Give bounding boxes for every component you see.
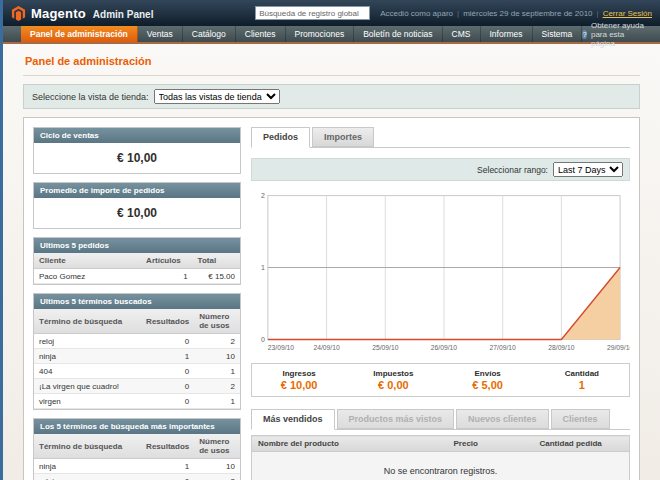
nav-item-customers[interactable]: Clientes — [236, 26, 286, 42]
products-grid: Nombre del producto Precio Cantidad pedi… — [251, 435, 630, 480]
page-title: Panel de administración — [25, 55, 638, 67]
separator: | — [457, 9, 459, 18]
svg-text:2: 2 — [261, 192, 265, 199]
col-header-termino: Término de búsqueda — [34, 434, 141, 459]
magento-admin-window: Magento Admin Panel Accedió como aparo |… — [0, 0, 660, 480]
current-date: miércoles 29 de septiembre de 2010 — [463, 9, 592, 18]
last-search-terms-title: Ultimos 5 términos buscados — [34, 294, 240, 309]
orders-chart: 01223/09/1024/09/1025/09/1026/09/1027/09… — [251, 187, 630, 355]
title-divider — [23, 75, 640, 76]
range-select[interactable]: Last 7 Days — [553, 162, 623, 177]
table-row[interactable]: reloj 0 2 — [34, 474, 240, 480]
table-row[interactable]: ¡La virgen que cuadro! 0 2 — [34, 379, 240, 394]
nav-item-newsletter[interactable]: Boletín de noticias — [354, 26, 442, 42]
svg-text:23/09/10: 23/09/10 — [268, 344, 294, 351]
col-header-resultados: Resultados — [141, 309, 194, 334]
store-view-select[interactable]: Todas las vistas de tienda — [154, 89, 280, 104]
brand-name: Magento — [31, 6, 86, 21]
tab-productos-mas-vistos: Productos más vistos — [337, 409, 455, 429]
table-row[interactable]: ninja 1 10 — [34, 459, 240, 474]
col-header-articulos: Artículos — [141, 253, 193, 269]
nav-item-promotions[interactable]: Promociones — [286, 26, 355, 42]
brand-subtitle: Admin Panel — [93, 9, 154, 20]
product-tabs: Más vendidos Productos más vistos Nuevos… — [251, 409, 630, 430]
table-row[interactable]: ninja 1 10 — [34, 349, 240, 364]
help-label: Obtener ayuda para esta página — [591, 21, 650, 48]
table-row[interactable]: Paco Gomez 1 € 15.00 — [34, 269, 240, 284]
page-help-link[interactable]: ? Obtener ayuda para esta página — [582, 26, 660, 42]
top-search-terms-title: Los 5 términos de búsqueda más important… — [34, 419, 240, 434]
average-orders-title: Promedio de importe de pedidos — [34, 183, 240, 198]
col-header-precio: Precio — [448, 436, 534, 452]
orders-chart-wrap: 01223/09/1024/09/1025/09/1026/09/1027/09… — [251, 187, 630, 355]
svg-text:1: 1 — [261, 264, 265, 271]
last-orders-table: Cliente Artículos Total Paco Gomez 1 € 1… — [34, 253, 240, 284]
top-search-terms-table: Término de búsqueda Resultados Número de… — [34, 434, 240, 480]
logged-in-as: Accedió como aparo — [380, 9, 453, 18]
top-header: Magento Admin Panel Accedió como aparo |… — [3, 0, 660, 26]
top-search-terms-box: Los 5 términos de búsqueda más important… — [33, 418, 241, 480]
col-header-cliente: Cliente — [34, 253, 141, 269]
tab-mas-vendidos[interactable]: Más vendidos — [251, 409, 335, 430]
global-search-input[interactable] — [255, 6, 370, 20]
svg-text:27/09/10: 27/09/10 — [490, 344, 516, 351]
total-cantidad: Cantidad 1 — [535, 369, 629, 391]
diagram-tabs: Pedidos Importes — [251, 127, 630, 148]
dashboard-panel: Ciclo de ventas € 10,00 Promedio de impo… — [23, 117, 640, 480]
table-row[interactable]: 404 0 1 — [34, 364, 240, 379]
store-view-bar: Seleccione la vista de tienda: Todas las… — [23, 84, 640, 109]
nav-item-catalog[interactable]: Catálogo — [183, 26, 236, 42]
col-header-cantidad: Cantidad pedida — [534, 436, 630, 452]
last-search-terms-box: Ultimos 5 términos buscados Término de b… — [33, 293, 241, 410]
sidebar-column: Ciclo de ventas € 10,00 Promedio de impo… — [33, 127, 241, 480]
range-toolbar: Seleccionar rango: Last 7 Days — [251, 158, 630, 181]
tab-importes[interactable]: Importes — [312, 127, 374, 147]
total-impuestos: Impuestos € 0,00 — [346, 369, 440, 391]
lifetime-sales-value: € 10,00 — [34, 143, 240, 173]
tab-clientes: Clientes — [551, 409, 610, 429]
dashboard-main-column: Pedidos Importes Seleccionar rango: Last… — [251, 127, 630, 480]
main-nav: Panel de administración Ventas Catálogo … — [3, 26, 660, 44]
col-header-resultados: Resultados — [141, 434, 194, 459]
nav-item-sales[interactable]: Ventas — [138, 26, 183, 42]
nav-item-reports[interactable]: Informes — [481, 26, 533, 42]
totals-bar: Ingresos € 10,00 Impuestos € 0,00 Envíos… — [251, 363, 630, 397]
average-orders-value: € 10,00 — [34, 198, 240, 228]
help-icon: ? — [582, 30, 587, 39]
user-info: Accedió como aparo | miércoles 29 de sep… — [380, 9, 652, 18]
nav-item-system[interactable]: Sistema — [533, 26, 583, 42]
tab-nuevos-clientes: Nuevos clientes — [456, 409, 549, 429]
col-header-termino: Término de búsqueda — [34, 309, 141, 334]
col-header-usos: Número de usos — [194, 434, 240, 459]
nav-item-dashboard[interactable]: Panel de administración — [21, 26, 138, 42]
total-ingresos: Ingresos € 10,00 — [252, 369, 346, 391]
average-orders-box: Promedio de importe de pedidos € 10,00 — [33, 182, 241, 229]
table-row[interactable]: virgen 0 1 — [34, 394, 240, 409]
table-row[interactable]: reloj 0 2 — [34, 334, 240, 349]
page-content: Panel de administración Seleccione la vi… — [3, 44, 660, 480]
tab-pedidos[interactable]: Pedidos — [251, 127, 310, 148]
svg-text:0: 0 — [261, 336, 265, 343]
total-envios: Envíos € 5,00 — [441, 369, 535, 391]
nav-item-cms[interactable]: CMS — [443, 26, 481, 42]
logout-link[interactable]: Cerrar Sesión — [603, 9, 652, 18]
svg-text:29/09/10: 29/09/10 — [607, 344, 630, 351]
svg-text:26/09/10: 26/09/10 — [431, 344, 457, 351]
svg-text:24/09/10: 24/09/10 — [313, 344, 339, 351]
svg-text:28/09/10: 28/09/10 — [548, 344, 574, 351]
magento-logo-icon — [11, 6, 26, 21]
svg-text:25/09/10: 25/09/10 — [372, 344, 398, 351]
last-orders-title: Ultimos 5 pedidos — [34, 238, 240, 253]
range-label: Seleccionar rango: — [477, 165, 548, 175]
store-view-label: Seleccione la vista de tienda: — [32, 92, 149, 102]
brand: Magento Admin Panel — [11, 6, 153, 21]
separator: | — [597, 9, 599, 18]
lifetime-sales-title: Ciclo de ventas — [34, 128, 240, 143]
empty-grid-message: No se encontraron registros. — [252, 452, 630, 480]
col-header-usos: Número de usos — [194, 309, 240, 334]
last-search-terms-table: Término de búsqueda Resultados Número de… — [34, 309, 240, 409]
lifetime-sales-box: Ciclo de ventas € 10,00 — [33, 127, 241, 174]
last-orders-box: Ultimos 5 pedidos Cliente Artículos Tota… — [33, 237, 241, 285]
col-header-total: Total — [193, 253, 240, 269]
col-header-nombre: Nombre del producto — [252, 436, 448, 452]
